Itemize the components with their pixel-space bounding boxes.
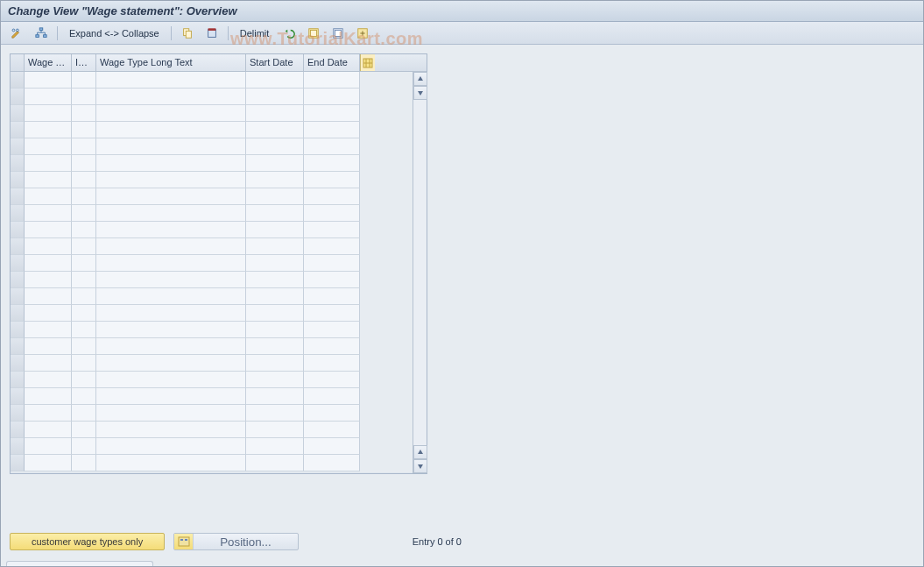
cell-end-date[interactable] [304,305,360,322]
cell-infotype[interactable] [72,405,96,422]
position-button[interactable]: Position... [173,533,299,550]
cell-start-date[interactable] [246,222,304,238]
cell-long-text[interactable] [96,89,246,105]
cell-start-date[interactable] [246,238,304,255]
row-selector[interactable] [11,188,25,205]
cell-end-date[interactable] [304,438,360,455]
row-selector[interactable] [11,72,25,89]
cell-wage-type[interactable] [25,372,72,388]
row-selector[interactable] [11,438,25,455]
cell-wage-type[interactable] [25,355,72,372]
other-view-button[interactable] [31,25,52,42]
table-row[interactable] [11,105,427,122]
cell-end-date[interactable] [304,272,360,288]
cell-end-date[interactable] [304,372,360,388]
cell-wage-type[interactable] [25,222,72,238]
cell-start-date[interactable] [246,288,304,305]
row-selector[interactable] [11,255,25,272]
cell-infotype[interactable] [72,438,96,455]
cell-wage-type[interactable] [25,155,72,172]
table-row[interactable] [11,338,427,355]
cell-wage-type[interactable] [25,122,72,138]
table-row[interactable] [11,205,427,222]
cell-wage-type[interactable] [25,272,72,288]
toggle-display-change-button[interactable] [6,25,27,42]
row-selector[interactable] [11,355,25,372]
table-row[interactable] [11,89,427,105]
cell-long-text[interactable] [96,388,246,405]
cell-start-date[interactable] [246,388,304,405]
table-row[interactable] [11,438,427,455]
cell-start-date[interactable] [246,372,304,388]
row-selector[interactable] [11,105,25,122]
row-selector[interactable] [11,305,25,322]
table-row[interactable] [11,172,427,188]
table-row[interactable] [11,422,427,438]
cell-infotype[interactable] [72,172,96,188]
cell-long-text[interactable] [96,405,246,422]
cell-start-date[interactable] [246,105,304,122]
table-row[interactable] [11,255,427,272]
cell-wage-type[interactable] [25,322,72,338]
cell-long-text[interactable] [96,338,246,355]
cell-wage-type[interactable] [25,305,72,322]
cell-start-date[interactable] [246,355,304,372]
cell-end-date[interactable] [304,155,360,172]
cell-wage-type[interactable] [25,89,72,105]
cell-end-date[interactable] [304,238,360,255]
row-selector[interactable] [11,155,25,172]
cell-end-date[interactable] [304,188,360,205]
cell-infotype[interactable] [72,455,96,471]
customer-wage-types-button[interactable]: customer wage types only [10,533,165,550]
cell-end-date[interactable] [304,422,360,438]
cell-infotype[interactable] [72,188,96,205]
cell-infotype[interactable] [72,355,96,372]
cell-end-date[interactable] [304,122,360,138]
cell-start-date[interactable] [246,138,304,155]
col-end-date[interactable]: End Date [304,54,360,71]
row-selector[interactable] [11,205,25,222]
cell-wage-type[interactable] [25,455,72,471]
cell-end-date[interactable] [304,105,360,122]
table-row[interactable] [11,222,427,238]
row-selector[interactable] [11,422,25,438]
table-row[interactable] [11,238,427,255]
cell-long-text[interactable] [96,438,246,455]
table-config-button[interactable] [360,54,375,71]
cell-long-text[interactable] [96,238,246,255]
cell-end-date[interactable] [304,222,360,238]
undo-button[interactable] [279,25,300,42]
cell-infotype[interactable] [72,205,96,222]
cell-long-text[interactable] [96,372,246,388]
cell-start-date[interactable] [246,322,304,338]
row-selector[interactable] [11,455,25,471]
cell-wage-type[interactable] [25,72,72,89]
cell-start-date[interactable] [246,338,304,355]
row-selector[interactable] [11,405,25,422]
table-row[interactable] [11,138,427,155]
row-selector[interactable] [11,338,25,355]
scroll-up2-button[interactable] [413,445,427,459]
cell-end-date[interactable] [304,355,360,372]
cell-start-date[interactable] [246,455,304,471]
cell-infotype[interactable] [72,105,96,122]
table-row[interactable] [11,288,427,305]
cell-end-date[interactable] [304,322,360,338]
cell-start-date[interactable] [246,188,304,205]
row-selector[interactable] [11,222,25,238]
cell-long-text[interactable] [96,322,246,338]
cell-infotype[interactable] [72,138,96,155]
cell-start-date[interactable] [246,438,304,455]
cell-infotype[interactable] [72,305,96,322]
cell-infotype[interactable] [72,288,96,305]
cell-start-date[interactable] [246,422,304,438]
cell-start-date[interactable] [246,272,304,288]
cell-long-text[interactable] [96,255,246,272]
cell-long-text[interactable] [96,172,246,188]
cell-end-date[interactable] [304,388,360,405]
row-selector[interactable] [11,238,25,255]
cell-wage-type[interactable] [25,138,72,155]
row-selector[interactable] [11,322,25,338]
delete-button[interactable] [201,25,222,42]
cell-infotype[interactable] [72,238,96,255]
